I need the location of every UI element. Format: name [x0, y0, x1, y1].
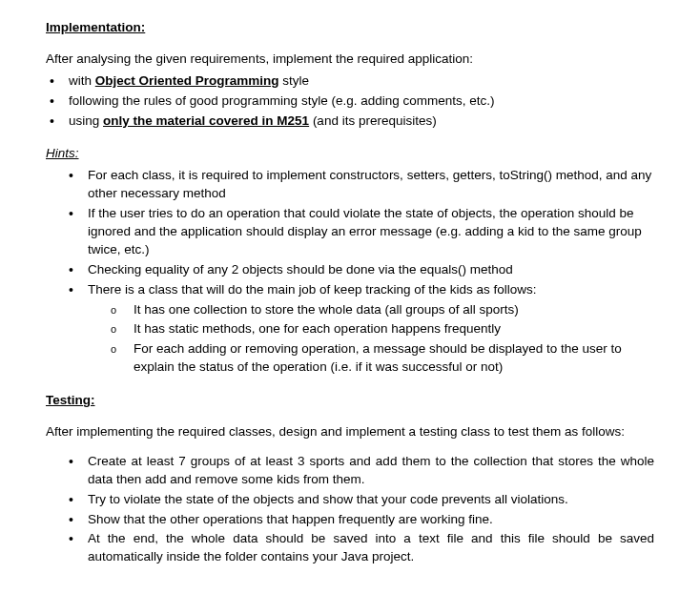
implementation-heading: Implementation: [46, 19, 654, 37]
text-bold: only the material covered in M251 [103, 113, 309, 128]
text-suffix: (and its prerequisites) [309, 113, 437, 128]
testing-item: Create at least 7 groups of at least 3 s… [46, 453, 654, 489]
implementation-item: using only the material covered in M251 … [46, 113, 654, 131]
hints-item: If the user tries to do an operation tha… [46, 205, 654, 259]
hints-item: Checking equality of any 2 objects shoul… [46, 261, 654, 279]
hints-sublist: It has one collection to store the whole… [88, 301, 654, 378]
text-suffix: style [279, 73, 310, 88]
hints-item: There is a class that will do the main j… [46, 281, 654, 377]
hints-item: For each class, it is required to implem… [46, 167, 654, 203]
testing-item: Try to violate the state of the objects … [46, 491, 654, 509]
testing-intro: After implementing the required classes,… [46, 423, 654, 441]
implementation-section: Implementation: After analysing the give… [46, 19, 654, 130]
hints-section: Hints: For each class, it is required to… [46, 145, 654, 377]
implementation-item: with Object Oriented Programming style [46, 72, 654, 91]
hints-subitem: For each adding or removing operation, a… [88, 340, 654, 377]
hints-item-text: There is a class that will do the main j… [88, 282, 536, 297]
hints-list: For each class, it is required to implem… [46, 167, 654, 377]
testing-item: Show that the other operations that happ… [46, 511, 654, 529]
hints-subitem: It has one collection to store the whole… [88, 301, 654, 319]
hints-subitem: It has static methods, one for each oper… [88, 320, 654, 338]
testing-list: Create at least 7 groups of at least 3 s… [46, 453, 654, 566]
testing-section: Testing: After implementing the required… [46, 392, 654, 566]
text-prefix: using [69, 113, 103, 128]
testing-heading: Testing: [46, 392, 654, 410]
implementation-list: with Object Oriented Programming style f… [46, 72, 654, 131]
text-bold: Object Oriented Programming [95, 73, 279, 88]
implementation-item: following the rules of good programming … [46, 92, 654, 111]
implementation-intro: After analysing the given requirements, … [46, 51, 654, 69]
testing-item: At the end, the whole data should be sav… [46, 530, 654, 566]
hints-heading: Hints: [46, 145, 654, 163]
text-prefix: with [69, 73, 95, 88]
